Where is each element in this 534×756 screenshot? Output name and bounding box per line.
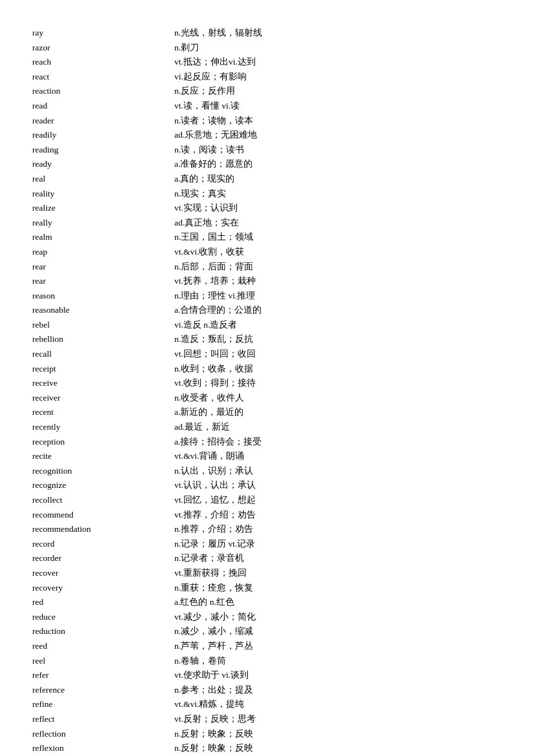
table-row: rebelvi.造反 n.造反者 <box>32 318 502 332</box>
entry-definition: n.减少，减小，缩减 <box>174 624 502 638</box>
table-row: reducevt.减少，减小；简化 <box>32 610 502 624</box>
entry-definition: vi.造反 n.造反者 <box>174 318 502 332</box>
table-row: recallvt.回想；叫回；收回 <box>32 347 502 361</box>
entry-word: receiver <box>32 391 174 405</box>
entry-word: recorder <box>32 551 174 565</box>
table-row: reapvt.&vi.收割，收获 <box>32 245 502 259</box>
entry-definition: n.记录者；录音机 <box>174 551 502 565</box>
entry-definition: vi.起反应；有影响 <box>174 70 502 84</box>
entry-word: recommend <box>32 508 174 522</box>
table-row: reasonn.理由；理性 vi.推理 <box>32 289 502 303</box>
entry-word: reasonable <box>32 303 174 317</box>
entry-word: rear <box>32 260 174 274</box>
entry-word: reed <box>32 639 174 653</box>
entry-definition: a.真的；现实的 <box>174 172 502 186</box>
table-row: reactvi.起反应；有影响 <box>32 70 502 84</box>
table-row: recommendationn.推荐，介绍；劝告 <box>32 522 502 536</box>
entry-word: reality <box>32 187 174 201</box>
entry-definition: vt.使求助于 vi.谈到 <box>174 668 502 682</box>
entry-definition: vt.实现；认识到 <box>174 201 502 215</box>
entry-word: receipt <box>32 362 174 376</box>
entry-word: reading <box>32 143 174 157</box>
table-row: referencen.参考；出处；提及 <box>32 683 502 697</box>
entry-definition: n.剃刀 <box>174 41 502 55</box>
entry-definition: vt.回想；叫回；收回 <box>174 347 502 361</box>
table-row: recitevt.&vi.背诵，朗诵 <box>32 449 502 463</box>
table-row: realizevt.实现；认识到 <box>32 201 502 215</box>
table-row: realityn.现实；真实 <box>32 187 502 201</box>
entry-word: recently <box>32 420 174 434</box>
table-row: razorn.剃刀 <box>32 41 502 55</box>
table-row: receivern.收受者，收件人 <box>32 391 502 405</box>
entry-definition: a.新近的，最近的 <box>174 405 502 419</box>
entry-word: recover <box>32 566 174 580</box>
entry-definition: n.推荐，介绍；劝告 <box>174 522 502 536</box>
table-row: receivevt.收到；得到；接待 <box>32 376 502 390</box>
entry-word: reel <box>32 654 174 668</box>
table-row: rayn.光线，射线，辐射线 <box>32 26 502 40</box>
table-row: receptiona.接待；招待会；接受 <box>32 435 502 449</box>
entry-definition: n.造反；叛乱；反抗 <box>174 332 502 346</box>
entry-word: really <box>32 216 174 230</box>
table-row: recenta.新近的，最近的 <box>32 405 502 419</box>
entry-definition: n.王国，国土；领域 <box>174 230 502 244</box>
table-row: realmn.王国，国土；领域 <box>32 230 502 244</box>
entry-definition: vt.抵达；伸出vi.达到 <box>174 55 502 69</box>
table-row: recovervt.重新获得；挽回 <box>32 566 502 580</box>
entry-definition: vt.读，看懂 vi.读 <box>174 99 502 113</box>
dictionary-container: rayn.光线，射线，辐射线razorn.剃刀reachvt.抵达；伸出vi.达… <box>32 26 502 756</box>
entry-definition: n.反射；映象；反映 <box>174 727 502 741</box>
entry-definition: vt.收到；得到；接待 <box>174 376 502 390</box>
entry-word: reduction <box>32 624 174 638</box>
table-row: recognizevt.认识，认出；承认 <box>32 478 502 492</box>
entry-definition: n.参考；出处；提及 <box>174 683 502 697</box>
table-row: refervt.使求助于 vi.谈到 <box>32 668 502 682</box>
entry-word: recognize <box>32 478 174 492</box>
entry-definition: n.卷轴，卷筒 <box>174 654 502 668</box>
table-row: reactionn.反应；反作用 <box>32 84 502 98</box>
entry-definition: vt.减少，减小；简化 <box>174 610 502 624</box>
entry-word: red <box>32 595 174 609</box>
table-row: reachvt.抵达；伸出vi.达到 <box>32 55 502 69</box>
table-row: readern.读者；读物，读本 <box>32 114 502 128</box>
table-row: recordn.记录；履历 vt.记录 <box>32 537 502 551</box>
entry-word: recollect <box>32 493 174 507</box>
entry-word: reflection <box>32 727 174 741</box>
entry-definition: vt.&vi.精炼，提纯 <box>174 697 502 711</box>
table-row: reallyad.真正地；实在 <box>32 216 502 230</box>
table-row: recollectvt.回忆，追忆，想起 <box>32 493 502 507</box>
entry-definition: n.读者；读物，读本 <box>174 114 502 128</box>
entry-definition: n.认出，识别；承认 <box>174 464 502 478</box>
table-row: reflexionn.反射；映象；反映 <box>32 741 502 755</box>
entry-word: reference <box>32 683 174 697</box>
entry-word: receive <box>32 376 174 390</box>
table-row: reflectionn.反射；映象；反映 <box>32 727 502 741</box>
entry-definition: a.合情合理的；公道的 <box>174 303 502 317</box>
entry-definition: a.准备好的；愿意的 <box>174 157 502 171</box>
table-row: receiptn.收到；收条，收据 <box>32 362 502 376</box>
entry-definition: n.反射；映象；反映 <box>174 741 502 755</box>
entry-definition: n.重获；痊愈，恢复 <box>174 581 502 595</box>
entry-word: reaction <box>32 84 174 98</box>
entry-definition: n.理由；理性 vi.推理 <box>174 289 502 303</box>
entry-definition: vt.&vi.收割，收获 <box>174 245 502 259</box>
table-row: recordern.记录者；录音机 <box>32 551 502 565</box>
table-row: rearn.后部，后面；背面 <box>32 260 502 274</box>
entry-word: rebellion <box>32 332 174 346</box>
entry-word: reap <box>32 245 174 259</box>
entry-word: reduce <box>32 610 174 624</box>
table-row: recommendvt.推荐，介绍；劝告 <box>32 508 502 522</box>
entry-word: reason <box>32 289 174 303</box>
entry-definition: n.读，阅读；读书 <box>174 143 502 157</box>
table-row: reedn.芦苇，芦杆，芦丛 <box>32 639 502 653</box>
entry-definition: ad.乐意地；无困难地 <box>174 128 502 142</box>
entry-definition: ad.真正地；实在 <box>174 216 502 230</box>
entry-word: ray <box>32 26 174 40</box>
entry-definition: n.现实；真实 <box>174 187 502 201</box>
entry-word: readily <box>32 128 174 142</box>
entry-definition: vt.反射；反映；思考 <box>174 712 502 726</box>
entry-definition: n.收到；收条，收据 <box>174 362 502 376</box>
entry-word: refine <box>32 697 174 711</box>
entry-definition: vt.抚养，培养；栽种 <box>174 274 502 288</box>
entry-word: react <box>32 70 174 84</box>
